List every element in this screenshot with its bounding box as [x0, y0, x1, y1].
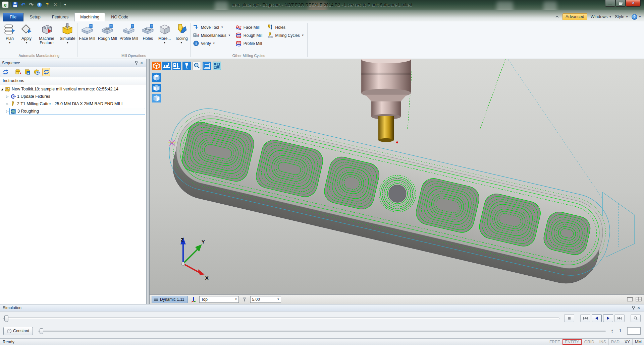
holes-icon	[142, 23, 154, 36]
help-menu[interactable]: ?▼	[632, 14, 641, 20]
zoom-window-icon[interactable]	[193, 62, 201, 70]
play-backward-button[interactable]	[592, 314, 602, 322]
viewport-layout-toggle-icon[interactable]	[213, 62, 221, 70]
tooling-button[interactable]: Tooling ▼	[173, 22, 190, 52]
machine-bed-icon[interactable]	[162, 62, 171, 70]
collapse-ribbon-icon[interactable]	[555, 15, 559, 18]
holes-cycle-button[interactable]: Holes	[267, 24, 304, 31]
close-button[interactable]: ✕	[626, 0, 641, 7]
sequence-panel-title: Sequence	[2, 61, 20, 65]
tree-item-roughing[interactable]: ▷ 3 Roughing	[0, 108, 146, 115]
expander-collapsed-icon[interactable]: ▷	[5, 110, 9, 113]
counter-box[interactable]	[627, 327, 641, 335]
zoom-analysis-button[interactable]	[631, 314, 641, 322]
play-forward-button[interactable]	[603, 314, 613, 322]
pin-icon[interactable]	[631, 305, 636, 310]
single-viewport-icon[interactable]	[627, 296, 633, 302]
refresh-sequence-icon[interactable]	[2, 68, 10, 76]
windows-menu[interactable]: Windows▼	[591, 14, 612, 19]
profile-mill-cycle-button[interactable]: Profile Mill	[235, 40, 263, 47]
milling-cycles-button[interactable]: Milling Cycles▼	[267, 32, 304, 39]
tree-item-program[interactable]: ◢ NC New Toolkit.18: sample mill vertica…	[0, 85, 146, 93]
counter-spinner[interactable]: ▲▼	[611, 329, 613, 333]
auto-update-icon[interactable]	[42, 68, 50, 76]
favorite-strategy-icon[interactable]: ★	[14, 68, 22, 76]
scene-area[interactable]: Z Y X	[150, 59, 644, 294]
apply-button[interactable]: Apply ▼	[18, 22, 35, 52]
speed-thumb[interactable]	[40, 328, 43, 334]
viewport-3d-scene[interactable]: Z Y X	[150, 59, 644, 294]
undo-icon[interactable]: ↶	[20, 1, 26, 8]
chevron-down-icon: ▼	[609, 15, 611, 18]
redo-icon[interactable]: ↷	[28, 1, 35, 8]
step-value-select[interactable]: 5.00 ▼	[250, 296, 281, 303]
move-tool-button[interactable]: Move Tool▼	[193, 24, 231, 31]
pin-icon[interactable]	[133, 60, 139, 66]
expander-collapsed-icon[interactable]: ▷	[5, 102, 9, 106]
mode-entity[interactable]: ENTITY	[562, 339, 582, 345]
close-panel-icon[interactable]: ✕	[139, 60, 144, 66]
constant-speed-button[interactable]: Constant	[3, 327, 33, 335]
miscellaneous-button[interactable]: Miscellaneous▼	[193, 32, 231, 39]
edgecam-logo-icon[interactable]: e	[2, 1, 9, 8]
mode-ins[interactable]: INS	[597, 339, 608, 345]
multi-viewport-icon[interactable]	[636, 296, 642, 302]
iso-view-3-icon[interactable]	[152, 94, 161, 102]
tree-item-update-fixtures[interactable]: ▷ 1 Update Fixtures	[0, 93, 146, 100]
tab-machining[interactable]: Machining	[74, 13, 105, 21]
tab-features[interactable]: Features	[47, 13, 74, 21]
more-button[interactable]: More... ▼	[156, 22, 173, 52]
tab-nc-code[interactable]: NC Code	[106, 13, 133, 21]
separator	[60, 2, 60, 7]
stock-display-icon[interactable]	[152, 62, 161, 70]
face-mill-cycle-button[interactable]: Face Mill	[235, 24, 263, 31]
verify-button[interactable]: Verify▼	[193, 40, 231, 47]
skip-to-start-button[interactable]	[580, 314, 590, 322]
save-icon[interactable]	[12, 1, 18, 8]
simulate-button[interactable]: Simulate ▼	[58, 22, 77, 52]
minimize-button[interactable]: —	[605, 0, 615, 7]
tab-file[interactable]: File	[3, 13, 23, 21]
mode-mm[interactable]: MM	[632, 339, 644, 345]
progress-thumb[interactable]	[4, 315, 8, 322]
window-title: aero plate.ppf - Edgecam - NOT FOR RESAL…	[0, 0, 644, 9]
nc-program-icon: NC	[5, 86, 10, 92]
close-panel-icon[interactable]: ✕	[636, 305, 641, 310]
iso-view-2-icon[interactable]	[152, 84, 161, 92]
rough-mill-cycle-button[interactable]: Rough Mill	[235, 32, 263, 39]
tool-display-icon[interactable]	[182, 62, 191, 70]
mode-free[interactable]: FREE	[547, 339, 562, 345]
machine-feature-button[interactable]: Machine Feature	[35, 22, 58, 52]
stop-button[interactable]	[564, 314, 574, 322]
simulation-progress-slider[interactable]	[3, 318, 559, 319]
mode-grid[interactable]: GRID	[582, 339, 597, 345]
sequence-list-icon[interactable]	[203, 62, 211, 70]
help-icon[interactable]: ?	[44, 1, 51, 8]
machine-simulation-icon[interactable]	[172, 62, 181, 70]
view-select[interactable]: Top ▼	[199, 296, 239, 303]
profile-mill-button[interactable]: Profile Mill	[118, 22, 139, 52]
expander-collapsed-icon[interactable]: ▷	[5, 95, 9, 98]
tree-item-milling-cutter[interactable]: ▷ 2 T1 Milling Cutter : 25.0 MM DIA X 2M…	[0, 100, 146, 108]
panel-splitter[interactable]	[147, 59, 149, 304]
strategy-browser-icon[interactable]	[23, 68, 32, 76]
mode-xy[interactable]: XY	[622, 339, 632, 345]
style-menu[interactable]: Style▼	[615, 14, 628, 19]
skip-to-end-button[interactable]	[614, 314, 625, 322]
info-icon[interactable]: i	[36, 1, 43, 8]
expander-expanded-icon[interactable]: ◢	[0, 87, 4, 91]
advanced-mode-button[interactable]: Advanced	[562, 13, 587, 20]
holes-button[interactable]: Holes	[140, 22, 156, 52]
dynamic-view-chip[interactable]: Dynamic 1.11	[152, 296, 188, 303]
tab-setup[interactable]: Setup	[24, 13, 46, 21]
plan-button[interactable]: Plan ▼	[1, 22, 18, 52]
delete-icon[interactable]: ✕	[52, 1, 59, 8]
iso-view-1-icon[interactable]	[152, 73, 161, 82]
face-mill-button[interactable]: Face Mill	[78, 22, 97, 52]
cycle-time-icon[interactable]	[33, 68, 41, 76]
mode-rad[interactable]: RAD	[608, 339, 622, 345]
restore-button[interactable]	[615, 0, 626, 7]
rough-mill-button[interactable]: Rough Mill	[97, 22, 118, 52]
toolbar-options-icon[interactable]: ▾	[62, 1, 68, 8]
speed-slider[interactable]	[38, 331, 606, 332]
